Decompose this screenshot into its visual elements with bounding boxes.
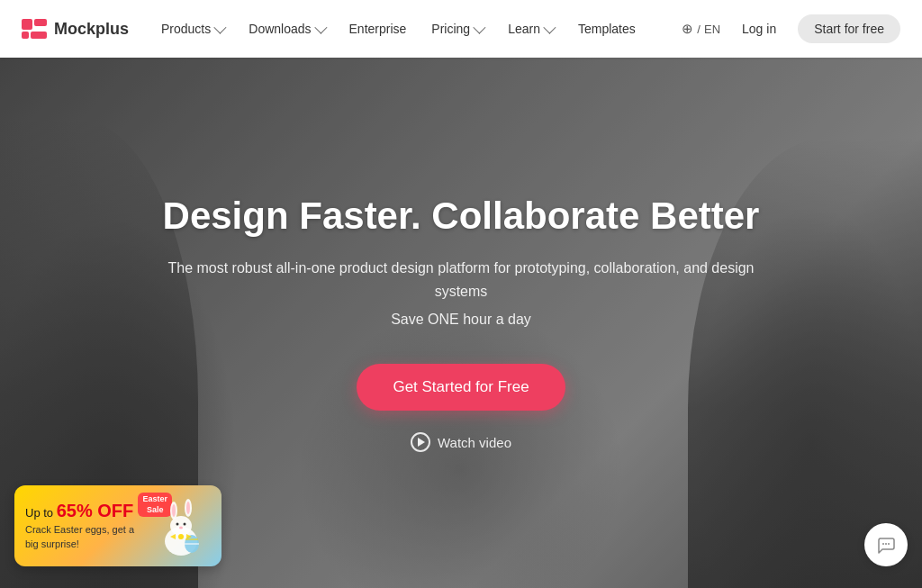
get-started-button[interactable]: Get Started for Free bbox=[357, 364, 565, 411]
svg-point-18 bbox=[178, 534, 184, 539]
globe-icon: ⊕ bbox=[682, 21, 693, 37]
promo-prefix: Up to 65% OFF bbox=[25, 501, 145, 521]
hero-subtitle: The most robust all-in-one product desig… bbox=[146, 257, 776, 303]
svg-point-7 bbox=[172, 504, 176, 517]
nav-item-enterprise[interactable]: Enterprise bbox=[339, 16, 418, 41]
chevron-down-icon bbox=[543, 22, 556, 34]
nav-item-templates[interactable]: Templates bbox=[567, 16, 646, 41]
nav-links: Products Downloads Enterprise Pricing Le… bbox=[150, 16, 682, 41]
svg-point-21 bbox=[888, 543, 890, 545]
start-free-button[interactable]: Start for free bbox=[798, 14, 900, 43]
svg-point-9 bbox=[186, 502, 190, 514]
navbar: Mockplus Products Downloads Enterprise P… bbox=[0, 0, 922, 58]
svg-point-12 bbox=[179, 527, 183, 529]
nav-item-products[interactable]: Products bbox=[150, 16, 234, 41]
nav-right: ⊕ / EN Log in Start for free bbox=[682, 14, 900, 43]
svg-rect-1 bbox=[34, 19, 47, 26]
play-circle-icon bbox=[411, 432, 430, 452]
bunny-illustration bbox=[152, 494, 211, 557]
nav-item-learn[interactable]: Learn bbox=[497, 16, 564, 41]
chevron-down-icon bbox=[473, 22, 485, 34]
promo-text: Up to 65% OFF Crack Easter eggs, get a b… bbox=[25, 501, 145, 551]
chat-support-button[interactable] bbox=[864, 523, 908, 566]
promo-illustration bbox=[152, 494, 211, 557]
play-triangle-icon bbox=[418, 438, 425, 447]
hero-tagline: Save ONE hour a day bbox=[391, 312, 531, 328]
lang-text: EN bbox=[704, 23, 720, 36]
promo-description: Crack Easter eggs, get a big surprise! bbox=[25, 523, 145, 551]
login-button[interactable]: Log in bbox=[731, 16, 787, 41]
svg-rect-3 bbox=[31, 32, 47, 39]
chevron-down-icon bbox=[214, 22, 227, 34]
svg-rect-2 bbox=[22, 32, 29, 39]
svg-rect-0 bbox=[22, 19, 32, 30]
svg-point-11 bbox=[184, 523, 186, 526]
svg-point-10 bbox=[176, 523, 179, 526]
logo-text: Mockplus bbox=[54, 20, 129, 39]
svg-point-19 bbox=[882, 543, 884, 545]
chat-icon bbox=[876, 535, 896, 555]
watch-video-label: Watch video bbox=[438, 435, 511, 450]
promo-banner[interactable]: Up to 65% OFF Crack Easter eggs, get a b… bbox=[14, 485, 221, 566]
nav-item-pricing[interactable]: Pricing bbox=[420, 16, 493, 41]
hero-title: Design Faster. Collaborate Better bbox=[163, 194, 760, 239]
svg-point-20 bbox=[885, 543, 887, 545]
lang-separator: / bbox=[697, 23, 701, 36]
logo-icon bbox=[22, 19, 47, 39]
chevron-down-icon bbox=[314, 22, 327, 34]
logo-link[interactable]: Mockplus bbox=[22, 19, 129, 39]
language-selector[interactable]: ⊕ / EN bbox=[682, 21, 720, 37]
promo-discount: 65% OFF bbox=[57, 501, 134, 520]
watch-video-link[interactable]: Watch video bbox=[411, 432, 511, 452]
nav-item-downloads[interactable]: Downloads bbox=[238, 16, 334, 41]
